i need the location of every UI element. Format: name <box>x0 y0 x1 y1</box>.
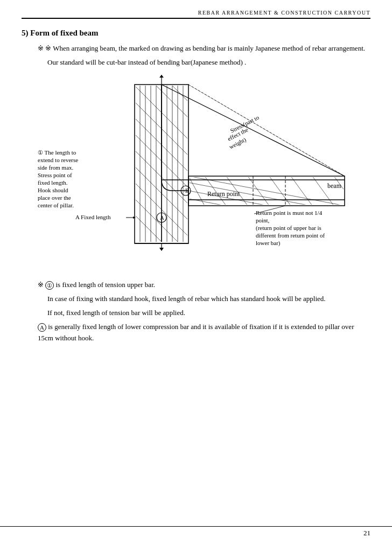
note2-para: Our standard will be cut-bar instead of … <box>47 57 370 68</box>
svg-text:center of pillar.: center of pillar. <box>38 202 74 208</box>
svg-text:A: A <box>160 214 164 221</box>
svg-text:lower bar): lower bar) <box>256 240 281 247</box>
page-header: REBAR ARRANGEMENT & CONSTRUCTION CARRYOU… <box>22 10 370 19</box>
svg-text:① The  length  to: ① The length to <box>38 149 76 156</box>
page-number: 21 <box>363 529 370 537</box>
note2-text: Our standard will be cut-bar instead of … <box>47 58 246 66</box>
note-symbol: ※ <box>38 44 44 52</box>
content-block: ※ ※ When arranging beam, the marked on d… <box>38 43 370 67</box>
svg-line-51 <box>264 85 345 128</box>
note-symbol-bottom: ※ <box>38 281 45 289</box>
page-footer: 21 <box>0 526 392 537</box>
diagram-svg: ① The length to extend to reverse side f… <box>22 75 370 274</box>
svg-line-42 <box>312 176 334 206</box>
svg-marker-58 <box>159 75 164 78</box>
bottom-note4: A is generally fixed length of lower com… <box>38 322 370 343</box>
svg-text:Stress point of: Stress point of <box>38 172 72 178</box>
svg-line-52 <box>291 85 345 111</box>
svg-line-48 <box>199 85 345 165</box>
svg-line-53 <box>318 85 345 95</box>
svg-text:Return point: Return point <box>207 190 240 198</box>
header-title: REBAR ARRANGEMENT & CONSTRUCTION CARRYOU… <box>198 10 370 16</box>
svg-line-44 <box>162 85 345 176</box>
svg-marker-83 <box>159 248 164 251</box>
svg-text:point,: point, <box>256 217 270 223</box>
svg-text:extend to reverse: extend to reverse <box>38 157 78 163</box>
bottom-note1-text: is fixed length of tension upper bar. <box>56 281 156 289</box>
svg-line-40 <box>269 176 291 206</box>
bottom-note2-text: In case of fixing with standard hook, fi… <box>47 295 326 303</box>
note1-para: ※ ※ When arranging beam, the marked on d… <box>38 43 370 54</box>
diagram-area: ① The length to extend to reverse side f… <box>22 75 370 274</box>
note1-text: ※ When arranging beam, the marked on dra… <box>45 44 365 52</box>
svg-text:Hook   should: Hook should <box>38 187 68 193</box>
svg-text:①: ① <box>184 187 190 194</box>
svg-line-41 <box>291 176 312 206</box>
svg-text:different from return point of: different from return point of <box>256 232 325 239</box>
svg-text:(return point of upper bar is: (return point of upper bar is <box>256 225 321 232</box>
bottom-note1: ※ ① is fixed length of tension upper bar… <box>38 280 370 290</box>
bottom-note2: In case of fixing with standard hook, fi… <box>47 294 370 304</box>
svg-text:beam: beam <box>327 182 342 190</box>
svg-text:side from max.: side from max. <box>38 164 74 171</box>
svg-text:Return point is must not 1/4: Return point is must not 1/4 <box>256 209 323 216</box>
section-title: 5) Form of fixed beam <box>22 29 370 38</box>
svg-text:A  Fixed length: A Fixed length <box>75 214 111 220</box>
circle-1-bottom: ① <box>45 281 54 290</box>
svg-line-50 <box>237 85 345 144</box>
svg-text:place over the: place over the <box>38 194 71 201</box>
svg-text:fixed    length.: fixed length. <box>38 179 68 186</box>
bottom-note4-text: is generally fixed length of lower compr… <box>38 323 354 341</box>
bottom-notes: ※ ① is fixed length of tension upper bar… <box>38 280 370 344</box>
bottom-note3-text: If not, fixed length of tension bar will… <box>47 309 185 317</box>
bottom-note3: If not, fixed length of tension bar will… <box>47 308 370 318</box>
circle-A-bottom: A <box>38 323 46 332</box>
page: REBAR ARRANGEMENT & CONSTRUCTION CARRYOU… <box>0 0 392 545</box>
svg-line-47 <box>188 85 345 176</box>
